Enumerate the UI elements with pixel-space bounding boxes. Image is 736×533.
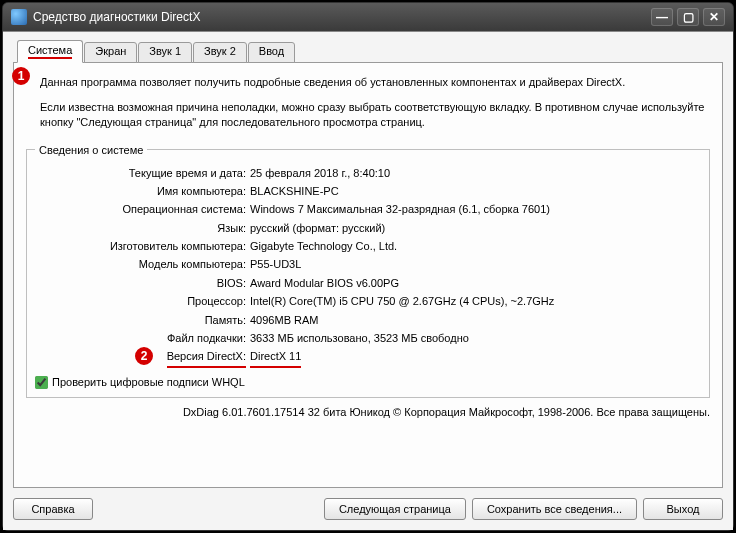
label-datetime: Текущие время и дата: — [35, 166, 250, 181]
row-manufacturer: Изготовитель компьютера: Gigabyte Techno… — [35, 239, 701, 254]
client-area: Система Экран Звук 1 Звук 2 Ввод 1 Данна… — [3, 31, 733, 530]
button-bar: Справка Следующая страница Сохранить все… — [13, 488, 723, 520]
help-button[interactable]: Справка — [13, 498, 93, 520]
label-language: Язык: — [35, 221, 250, 236]
row-os: Операционная система: Windows 7 Максимал… — [35, 202, 701, 217]
value-memory: 4096MB RAM — [250, 313, 701, 328]
save-all-button[interactable]: Сохранить все сведения... — [472, 498, 637, 520]
close-button[interactable]: ✕ — [703, 8, 725, 26]
window-buttons: — ▢ ✕ — [651, 8, 725, 26]
label-manufacturer: Изготовитель компьютера: — [35, 239, 250, 254]
window-title: Средство диагностики DirectX — [33, 10, 651, 24]
label-processor: Процессор: — [35, 294, 250, 309]
next-page-button[interactable]: Следующая страница — [324, 498, 466, 520]
value-datetime: 25 февраля 2018 г., 8:40:10 — [250, 166, 701, 181]
value-pagefile: 3633 МБ использовано, 3523 МБ свободно — [250, 331, 701, 346]
exit-button[interactable]: Выход — [643, 498, 723, 520]
annotation-1-marker: 1 — [12, 67, 30, 85]
tab-display[interactable]: Экран — [84, 42, 137, 63]
row-bios: BIOS: Award Modular BIOS v6.00PG — [35, 276, 701, 291]
whql-label[interactable]: Проверить цифровые подписи WHQL — [52, 376, 245, 388]
tab-sound2[interactable]: Звук 2 — [193, 42, 247, 63]
intro-paragraph-1: Данная программа позволяет получить подр… — [40, 75, 710, 90]
label-pagefile: Файл подкачки: — [35, 331, 250, 346]
minimize-button[interactable]: — — [651, 8, 673, 26]
tab-input[interactable]: Ввод — [248, 42, 295, 63]
app-icon — [11, 9, 27, 25]
whql-checkbox[interactable] — [35, 376, 48, 389]
maximize-button[interactable]: ▢ — [677, 8, 699, 26]
label-computer-name: Имя компьютера: — [35, 184, 250, 199]
tab-sound1[interactable]: Звук 1 — [138, 42, 192, 63]
value-manufacturer: Gigabyte Technology Co., Ltd. — [250, 239, 701, 254]
whql-check-row: Проверить цифровые подписи WHQL — [35, 376, 701, 389]
tab-content: 1 Данная программа позволяет получить по… — [13, 62, 723, 488]
value-os: Windows 7 Максимальная 32-разрядная (6.1… — [250, 202, 701, 217]
row-datetime: Текущие время и дата: 25 февраля 2018 г.… — [35, 166, 701, 181]
label-model: Модель компьютера: — [35, 257, 250, 272]
titlebar: Средство диагностики DirectX — ▢ ✕ — [3, 3, 733, 31]
system-info-legend: Сведения о системе — [35, 144, 147, 156]
label-os: Операционная система: — [35, 202, 250, 217]
row-processor: Процессор: Intel(R) Core(TM) i5 CPU 750 … — [35, 294, 701, 309]
row-directx-version: 2 Версия DirectX: DirectX 11 — [35, 349, 701, 367]
label-bios: BIOS: — [35, 276, 250, 291]
value-directx-version: DirectX 11 — [250, 349, 701, 367]
value-processor: Intel(R) Core(TM) i5 CPU 750 @ 2.67GHz (… — [250, 294, 701, 309]
value-model: P55-UD3L — [250, 257, 701, 272]
label-memory: Память: — [35, 313, 250, 328]
value-bios: Award Modular BIOS v6.00PG — [250, 276, 701, 291]
value-computer-name: BLACKSHINE-PC — [250, 184, 701, 199]
row-model: Модель компьютера: P55-UD3L — [35, 257, 701, 272]
intro-text: Данная программа позволяет получить подр… — [26, 75, 710, 140]
row-pagefile: Файл подкачки: 3633 МБ использовано, 352… — [35, 331, 701, 346]
row-language: Язык: русский (формат: русский) — [35, 221, 701, 236]
tab-row: Система Экран Звук 1 Звук 2 Ввод — [13, 40, 723, 63]
row-computer-name: Имя компьютера: BLACKSHINE-PC — [35, 184, 701, 199]
button-spacer — [99, 498, 318, 520]
row-memory: Память: 4096MB RAM — [35, 313, 701, 328]
dxdiag-window: Средство диагностики DirectX — ▢ ✕ Систе… — [2, 2, 734, 531]
tab-system[interactable]: Система — [17, 40, 83, 63]
footer-copyright: DxDiag 6.01.7601.17514 32 бита Юникод © … — [26, 406, 710, 418]
system-info-group: Сведения о системе Текущие время и дата:… — [26, 144, 710, 398]
intro-paragraph-2: Если известна возможная причина неполадк… — [40, 100, 710, 130]
value-language: русский (формат: русский) — [250, 221, 701, 236]
